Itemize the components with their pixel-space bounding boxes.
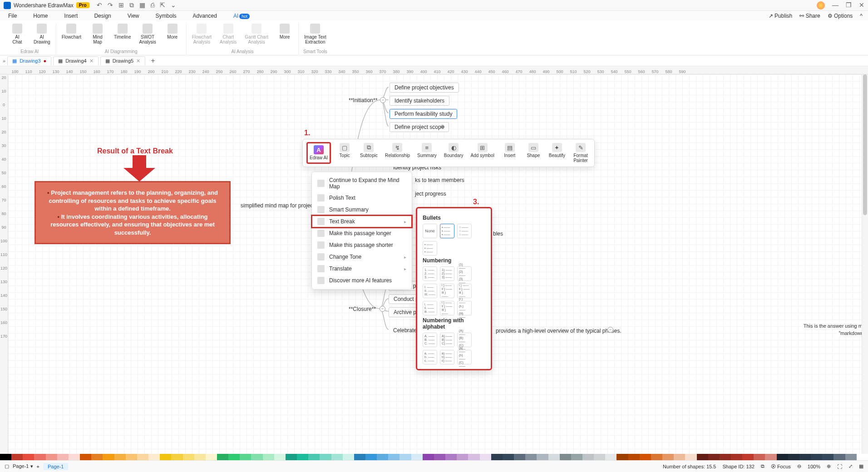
- avatar[interactable]: [817, 1, 825, 10]
- menu-discover-more[interactable]: Discover more AI features: [312, 275, 412, 286]
- color-swatch[interactable]: [640, 454, 651, 460]
- node-feasibility-study[interactable]: Perform feasibility study: [390, 109, 457, 119]
- export-icon[interactable]: ⇱: [160, 1, 165, 9]
- flowchart-button[interactable]: Flowchart: [60, 23, 83, 45]
- color-swatch[interactable]: [571, 454, 582, 460]
- color-swatch[interactable]: [822, 454, 833, 460]
- vertical-scrollbar[interactable]: [862, 74, 868, 454]
- color-swatch[interactable]: [811, 454, 822, 460]
- color-swatch[interactable]: [399, 454, 411, 460]
- fit-page-icon[interactable]: ⛶: [837, 464, 842, 469]
- add-tab-button[interactable]: +: [147, 57, 158, 65]
- color-swatch[interactable]: [80, 454, 91, 460]
- publish-link[interactable]: ↗ Publish: [769, 13, 793, 19]
- color-swatch[interactable]: [343, 454, 354, 460]
- numbering-option[interactable]: (i.) ——(ii.) ——(iii) ——: [457, 301, 472, 315]
- color-swatch[interactable]: [194, 454, 206, 460]
- color-swatch[interactable]: [91, 454, 103, 460]
- relationship-button[interactable]: ↯Relationship: [383, 142, 412, 164]
- color-swatch[interactable]: [799, 454, 811, 460]
- numbering-option[interactable]: i ) ——ii ) ——iii ) ——: [440, 284, 454, 298]
- color-swatch[interactable]: [217, 454, 228, 460]
- bullets-square-option[interactable]: ▪ ——▪ ——▪ ——: [423, 241, 437, 256]
- swot-button[interactable]: SWOTAnalysis: [137, 23, 158, 45]
- save-icon[interactable]: ▦: [139, 1, 145, 9]
- presentation-icon[interactable]: ▦: [859, 463, 863, 469]
- summary-button[interactable]: ≡Summary: [415, 142, 439, 164]
- color-swatch[interactable]: [845, 454, 857, 460]
- color-swatch[interactable]: [788, 454, 799, 460]
- tab-view[interactable]: View: [125, 12, 142, 20]
- alpha-numbering-option[interactable]: (a) ——(b) ——(C) ——: [457, 350, 472, 364]
- color-swatch[interactable]: [183, 454, 194, 460]
- color-swatch[interactable]: [114, 454, 126, 460]
- page-dropdown[interactable]: Page-1 ▾: [13, 463, 33, 469]
- color-swatch[interactable]: [160, 454, 171, 460]
- color-swatch[interactable]: [206, 454, 217, 460]
- shape-button[interactable]: ▭Shape: [523, 142, 543, 164]
- color-swatch[interactable]: [0, 454, 11, 460]
- color-swatch[interactable]: [34, 454, 45, 460]
- color-swatch[interactable]: [137, 454, 148, 460]
- node-identify-stakeholders[interactable]: Identify stakeholders: [390, 96, 449, 106]
- collapse-icon[interactable]: −: [607, 327, 613, 333]
- branch-initiation[interactable]: **Initiation**: [349, 97, 377, 103]
- tab-design[interactable]: Design: [91, 12, 113, 20]
- color-swatch[interactable]: [411, 454, 423, 460]
- color-swatch[interactable]: [720, 454, 731, 460]
- color-swatch[interactable]: [697, 454, 708, 460]
- topic-button[interactable]: ▢Topic: [335, 142, 355, 164]
- chart-analysis-button[interactable]: ChartAnalysis: [218, 23, 238, 45]
- branch-closure[interactable]: **Closure**: [349, 306, 376, 312]
- color-swatch[interactable]: [605, 454, 616, 460]
- color-swatch[interactable]: [126, 454, 137, 460]
- color-swatch[interactable]: [525, 454, 537, 460]
- numbering-option[interactable]: i ) ——ii ) ——iii ) ——: [457, 284, 472, 298]
- color-swatch[interactable]: [765, 454, 776, 460]
- tab-home[interactable]: Home: [30, 12, 50, 20]
- tab-file[interactable]: File: [5, 12, 20, 20]
- numbering-option[interactable]: 1) ——2) ——3) ——: [440, 266, 454, 281]
- edraw-ai-button[interactable]: AEdraw AI: [306, 142, 331, 164]
- options-link[interactable]: ⚙ Options: [828, 13, 853, 19]
- alpha-numbering-option[interactable]: a. ——b. ——c. ——: [423, 350, 437, 364]
- color-swatch[interactable]: [594, 454, 605, 460]
- tab-ai[interactable]: AIhot: [231, 12, 252, 20]
- color-swatch[interactable]: [11, 454, 23, 460]
- diagramming-more-button[interactable]: More: [163, 23, 182, 45]
- open-icon[interactable]: ⧉: [129, 1, 134, 9]
- color-swatch[interactable]: [503, 454, 514, 460]
- color-swatch[interactable]: [537, 454, 548, 460]
- color-swatch[interactable]: [286, 454, 297, 460]
- color-swatch[interactable]: [731, 454, 742, 460]
- close-icon[interactable]: ✕: [859, 1, 864, 10]
- alpha-numbering-option[interactable]: A) ——B) ——C) ——: [440, 333, 454, 347]
- color-swatch[interactable]: [651, 454, 662, 460]
- tab-symbols[interactable]: Symbols: [153, 12, 179, 20]
- undo-icon[interactable]: ↶: [97, 1, 102, 9]
- boundary-button[interactable]: ◐Boundary: [442, 142, 465, 164]
- color-swatch[interactable]: [685, 454, 696, 460]
- color-swatch[interactable]: [708, 454, 720, 460]
- color-swatch[interactable]: [560, 454, 571, 460]
- layers-icon[interactable]: ⧉: [761, 463, 764, 469]
- color-swatch[interactable]: [308, 454, 320, 460]
- redo-icon[interactable]: ↷: [108, 1, 113, 9]
- color-swatch[interactable]: [57, 454, 69, 460]
- fullscreen-icon[interactable]: ⤢: [848, 463, 853, 469]
- alpha-numbering-option[interactable]: A. ——B. ——C. ——: [423, 333, 437, 347]
- doc-tab-2[interactable]: ▦Drawing4✕: [53, 56, 98, 65]
- insert-button[interactable]: ▤Insert: [500, 142, 520, 164]
- color-swatch[interactable]: [263, 454, 274, 460]
- color-swatch[interactable]: [228, 454, 240, 460]
- bullets-none-option[interactable]: None: [423, 224, 437, 238]
- subtopic-button[interactable]: ⧉Subtopic: [358, 142, 380, 164]
- color-swatch[interactable]: [240, 454, 251, 460]
- tab-advanced[interactable]: Advanced: [190, 12, 220, 20]
- color-swatch[interactable]: [628, 454, 640, 460]
- color-swatch[interactable]: [354, 454, 365, 460]
- numbering-option[interactable]: i. ——ii. ——iii. ——: [423, 301, 437, 315]
- zoom-out-button[interactable]: ⊖: [797, 463, 801, 469]
- color-swatch[interactable]: [754, 454, 765, 460]
- color-swatch[interactable]: [377, 454, 388, 460]
